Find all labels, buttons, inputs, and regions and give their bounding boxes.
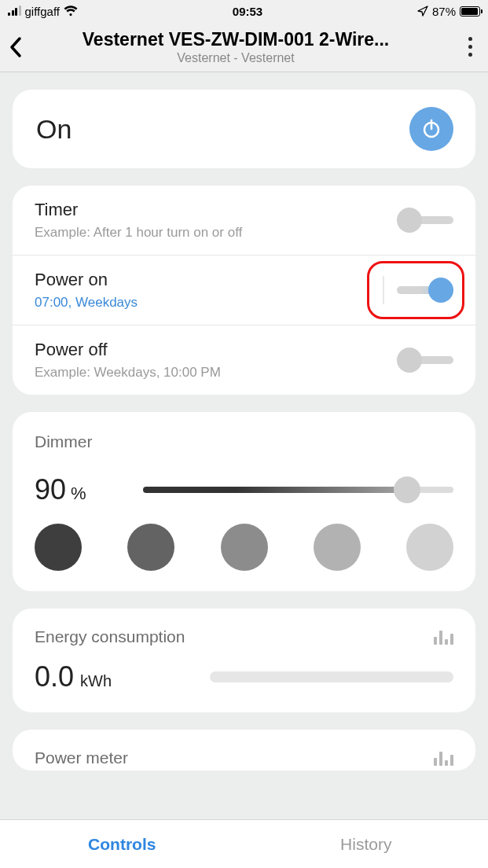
power-on-label: Power on — [35, 270, 138, 290]
power-off-sub: Example: Weekdays, 10:00 PM — [35, 365, 221, 381]
dimmer-title: Dimmer — [35, 432, 453, 451]
timer-label: Timer — [35, 200, 242, 220]
power-button[interactable] — [409, 107, 453, 151]
page-title: Vesternet VES-ZW-DIM-001 2-Wire... — [20, 29, 452, 50]
timer-sub: Example: After 1 hour turn on or off — [35, 225, 242, 241]
energy-value: 0.0 kWh — [35, 660, 112, 693]
preset-5[interactable] — [406, 524, 453, 571]
tab-history[interactable]: History — [244, 820, 489, 868]
state-label: On — [36, 114, 72, 145]
preset-2[interactable] — [127, 524, 174, 571]
power-meter-card: Power meter — [13, 730, 475, 771]
clock: 09:53 — [233, 5, 262, 18]
preset-3[interactable] — [221, 524, 268, 571]
power-off-toggle[interactable] — [397, 348, 453, 372]
energy-bar — [210, 671, 453, 682]
power-off-label: Power off — [35, 340, 221, 360]
status-bar: giffgaff 09:53 87% — [0, 0, 488, 22]
power-on-toggle[interactable] — [397, 278, 453, 302]
slider-knob[interactable] — [394, 476, 420, 503]
power-on-row[interactable]: Power on 07:00, Weekdays — [13, 255, 475, 325]
power-on-sub: 07:00, Weekdays — [35, 295, 138, 311]
timer-row[interactable]: Timer Example: After 1 hour turn on or o… — [13, 186, 475, 255]
energy-unit: kWh — [80, 672, 112, 690]
nav-bar: Vesternet VES-ZW-DIM-001 2-Wire... Veste… — [0, 22, 488, 72]
dimmer-number: 90 — [35, 473, 66, 506]
content-scroll[interactable]: On Timer Example: After 1 hour turn on o… — [0, 72, 488, 819]
more-vertical-icon — [468, 37, 472, 57]
dimmer-unit: % — [71, 484, 86, 504]
carrier-label: giffgaff — [25, 5, 61, 18]
battery-percent: 87% — [432, 5, 456, 18]
energy-card: Energy consumption 0.0 kWh — [13, 609, 475, 712]
dimmer-presets — [35, 524, 453, 571]
schedule-card: Timer Example: After 1 hour turn on or o… — [13, 186, 475, 395]
energy-title: Energy consumption — [35, 627, 185, 646]
dimmer-value: 90 % — [35, 473, 129, 506]
dimmer-card: Dimmer 90 % — [13, 412, 475, 591]
chart-icon[interactable] — [434, 750, 453, 766]
more-button[interactable] — [452, 22, 488, 72]
cell-signal-icon — [8, 6, 21, 16]
state-card: On — [13, 90, 475, 168]
preset-4[interactable] — [314, 524, 361, 571]
page-subtitle: Vesternet - Vesternet — [20, 51, 452, 65]
location-icon — [417, 6, 428, 17]
tab-controls[interactable]: Controls — [0, 820, 244, 868]
preset-1[interactable] — [35, 524, 82, 571]
timer-toggle[interactable] — [397, 208, 453, 232]
tab-bar: Controls History — [0, 819, 488, 868]
battery-icon — [460, 6, 480, 17]
energy-number: 0.0 — [35, 660, 74, 693]
chart-icon[interactable] — [434, 629, 453, 645]
power-meter-title: Power meter — [35, 748, 128, 767]
dimmer-slider[interactable] — [143, 478, 453, 502]
wifi-icon — [64, 6, 78, 17]
power-off-row[interactable]: Power off Example: Weekdays, 10:00 PM — [13, 325, 475, 395]
power-icon — [420, 118, 442, 140]
